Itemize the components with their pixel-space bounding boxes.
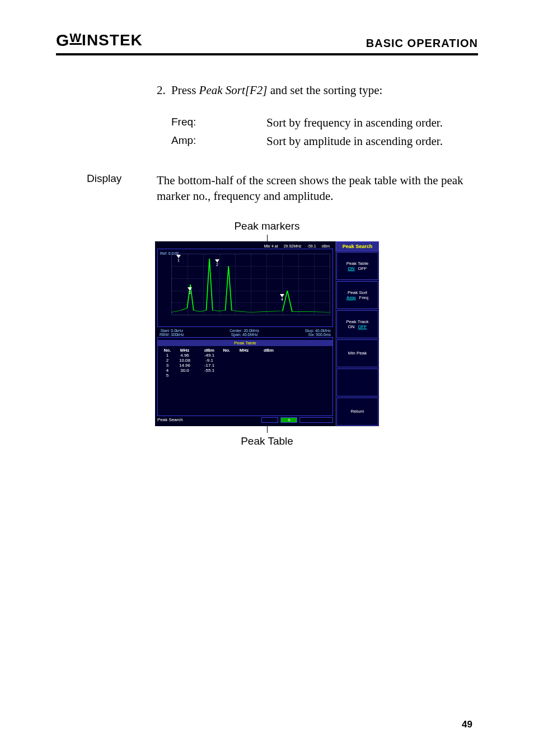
- marker-4: 4: [280, 294, 284, 300]
- scr-main: Mkr 4 at 29.92MHz -59.1 dBm Ref: 0.0dB 1…: [155, 241, 335, 426]
- table-row: 430.0-55.1: [162, 368, 328, 373]
- step-leftcol: [56, 82, 157, 151]
- scr-mkr-amp: -59.1: [307, 244, 316, 248]
- peak-table-cols: No. MHz dBm No. MHz dBm: [162, 348, 328, 353]
- table-row: 210.08-9.1: [162, 358, 328, 363]
- step-rightcol: 2. Press Peak Sort[F2] and set the sorti…: [157, 82, 478, 151]
- opt-amp-desc: Sort by amplitude in ascending order.: [266, 133, 478, 149]
- step-text: Press Peak Sort[F2] and set the sorting …: [171, 82, 478, 98]
- graph-area: Ref: 0.0dB 1 2 3 4: [157, 249, 333, 327]
- softkeys: Peak TableONOFFPeak SortAmpFreqPeak Trac…: [336, 251, 379, 426]
- arrow-bottom: [267, 426, 268, 433]
- scr-mkr-freq: 29.92MHz: [284, 244, 302, 248]
- status-box1: [261, 417, 278, 423]
- peak-table-rows: 14.96-49.1210.08-9.1314.96-17.1430.0-55.…: [162, 353, 328, 378]
- opt-amp-label: Amp:: [171, 133, 266, 149]
- status-left: Peak Search: [157, 417, 183, 422]
- softkey-0[interactable]: Peak TableONOFF: [336, 252, 378, 280]
- logo-text-rest: INSTEK: [82, 31, 143, 49]
- display-text: The bottom-half of the screen shows the …: [157, 172, 478, 204]
- figure-caption-top: Peak markers: [56, 220, 478, 232]
- opt-freq-desc: Sort by frequency in ascending order.: [266, 115, 478, 130]
- softkey-4[interactable]: [336, 368, 378, 396]
- softkey-header: Peak Search: [336, 241, 379, 251]
- step-text-post: and set the sorting type:: [268, 83, 383, 97]
- figure: Peak markers Mkr 4 at 29.92MHz -59.1 dBm…: [56, 220, 478, 447]
- step-text-em: Peak Sort[F2]: [199, 83, 268, 97]
- step-number: 2.: [157, 82, 171, 98]
- marker-3: 3: [188, 287, 192, 293]
- marker-1: 1: [176, 255, 181, 260]
- usb-icon: ⇅: [280, 417, 297, 423]
- figure-caption-bottom: Peak Table: [56, 435, 478, 447]
- softkey-2[interactable]: Peak TrackONOFF: [336, 310, 378, 338]
- center-label: Center: 20.0MHz: [229, 329, 259, 333]
- table-row: 314.96-17.1: [162, 363, 328, 368]
- graph-footer: Start: 0.0kHz RBW: 300kHz Center: 20.0MH…: [157, 328, 333, 337]
- step-row: 2. Press Peak Sort[F2] and set the sorti…: [56, 82, 478, 151]
- col-mhz2: MHz: [232, 348, 256, 353]
- softkey-1[interactable]: Peak SortAmpFreq: [336, 281, 378, 309]
- table-row: 5: [162, 373, 328, 378]
- page-number: 49: [462, 719, 472, 730]
- marker-2: 2: [215, 259, 219, 265]
- logo-text-g: G: [56, 31, 69, 50]
- device-screenshot: Mkr 4 at 29.92MHz -59.1 dBm Ref: 0.0dB 1…: [155, 241, 379, 426]
- scr-mkr-label: Mkr 4 at: [264, 244, 278, 248]
- sw-label: Sw: 500.0ms: [305, 333, 331, 337]
- step-text-pre: Press: [171, 83, 199, 97]
- opt-freq-label: Freq:: [171, 115, 266, 130]
- display-label: Display: [56, 172, 157, 204]
- col-dbm: dBm: [197, 348, 222, 353]
- span-label: Span: 40.0MHz: [229, 333, 259, 337]
- brand-logo: GWINSTEK: [56, 31, 143, 50]
- start-label: Start: 0.0kHz: [160, 329, 184, 333]
- status-box2: [299, 417, 333, 423]
- options-table: Freq: Sort by frequency in ascending ord…: [171, 115, 478, 149]
- page-header: GWINSTEK BASIC OPERATION: [56, 31, 478, 55]
- col-dbm2: dBm: [256, 348, 281, 353]
- section-title: BASIC OPERATION: [366, 37, 478, 50]
- display-row: Display The bottom-half of the screen sh…: [56, 172, 478, 204]
- peak-table-box: Peak Table No. MHz dBm No. MHz dBm 14.96…: [157, 337, 333, 416]
- stop-label: Stop: 40.0MHz: [305, 329, 331, 333]
- softkey-panel: Peak Search Peak TableONOFFPeak SortAmpF…: [335, 241, 379, 426]
- peak-table-title: Peak Table: [158, 340, 332, 346]
- col-mhz: MHz: [172, 348, 197, 353]
- table-row: 14.96-49.1: [162, 353, 328, 358]
- col-no2: No.: [222, 348, 232, 353]
- softkey-5[interactable]: Return: [336, 398, 378, 426]
- softkey-3[interactable]: Min Peak: [336, 339, 378, 367]
- logo-text-w: W: [69, 31, 82, 45]
- trace-svg: [171, 254, 330, 315]
- rbw-label: RBW: 300kHz: [160, 333, 184, 337]
- col-no: No.: [162, 348, 172, 353]
- arrow-top: [267, 235, 268, 241]
- scr-mkr-unit: dBm: [322, 244, 330, 248]
- trace: [171, 254, 330, 315]
